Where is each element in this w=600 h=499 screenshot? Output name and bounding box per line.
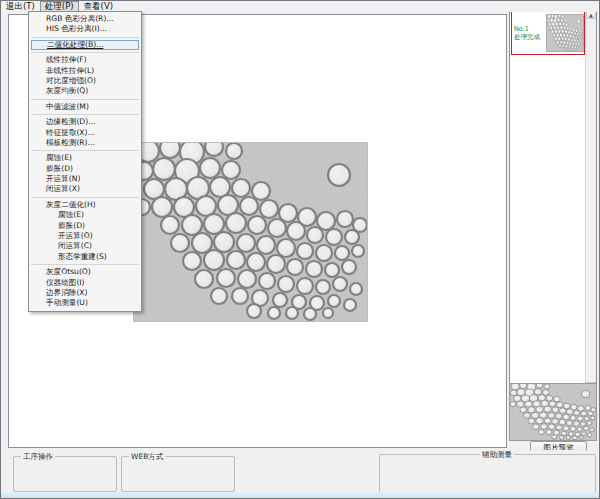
menu-item[interactable]: 边缘检测(D)... bbox=[29, 117, 141, 127]
list-item-line2: 处理完成 bbox=[514, 33, 546, 41]
step-group: 工序操作 bbox=[13, 456, 117, 492]
specimen-image[interactable] bbox=[133, 142, 368, 322]
menu-item[interactable]: 对比度增强(O) bbox=[29, 76, 141, 86]
menu-item[interactable]: 膨胀(D) bbox=[29, 164, 141, 174]
list-scrollbar[interactable]: ▲ ▼ bbox=[585, 9, 596, 392]
specimen-microspheres-graphic bbox=[134, 143, 367, 321]
menu-item[interactable]: 灰度均衡(Q) bbox=[29, 86, 141, 96]
menu-item[interactable]: 开运算(O) bbox=[29, 231, 141, 241]
list-item-caption: No.1 处理完成 bbox=[512, 25, 546, 41]
menu-separator bbox=[31, 52, 139, 53]
step-group-label: 工序操作 bbox=[21, 452, 55, 461]
menu-item[interactable]: 二值化处理(B)... bbox=[31, 40, 139, 50]
window-bottom-edge bbox=[1, 492, 599, 498]
menu-item[interactable]: HIS 色彩分离(I)... bbox=[29, 24, 141, 34]
list-item[interactable]: No.1 处理完成 bbox=[511, 11, 585, 55]
menu-item[interactable]: 边界消除(X) bbox=[29, 288, 141, 298]
bottom-toolbar: 工序操作 还原 (撤销) WEB方式 结果保存 ✓ 加工方式: 标准 ▼ 保存设… bbox=[1, 450, 599, 493]
menu-item[interactable]: 线性拉伸(F) bbox=[29, 55, 141, 65]
menu-separator bbox=[31, 37, 139, 38]
menu-item[interactable]: 腐蚀(E) bbox=[29, 210, 141, 220]
menu-separator bbox=[31, 114, 139, 115]
menu-item[interactable]: 手动测量(U) bbox=[29, 298, 141, 308]
menu-item[interactable]: 开运算(N) bbox=[29, 174, 141, 184]
menu-item[interactable]: 闭运算(X) bbox=[29, 184, 141, 194]
processing-dropdown-menu: RGB 色彩分离(R)...HIS 色彩分离(I)...二值化处理(B)...线… bbox=[28, 11, 142, 312]
menu-separator bbox=[31, 197, 139, 198]
menu-item[interactable]: RGB 色彩分离(R)... bbox=[29, 14, 141, 24]
menu-item[interactable]: 腐蚀(E) bbox=[29, 153, 141, 163]
menu-item[interactable]: 形态学重建(S) bbox=[29, 252, 141, 262]
menu-item[interactable]: 仪器绘图(I) bbox=[29, 278, 141, 288]
menu-item[interactable]: 中值滤波(M) bbox=[29, 102, 141, 112]
menu-item[interactable]: 膨胀(D) bbox=[29, 221, 141, 231]
list-item-line1: No.1 bbox=[514, 25, 546, 33]
result-preview-thumbnail[interactable] bbox=[509, 383, 597, 441]
menu-separator bbox=[31, 264, 139, 265]
menu-item[interactable]: 闭运算(C) bbox=[29, 241, 141, 251]
menu-item[interactable]: 灰度二值化(H) bbox=[29, 200, 141, 210]
menu-item[interactable]: 模板检测(R)... bbox=[29, 138, 141, 148]
menu-separator bbox=[31, 99, 139, 100]
display-group-label: WEB方式 bbox=[129, 452, 165, 461]
menu-item[interactable]: 特征提取(X)... bbox=[29, 128, 141, 138]
display-group: WEB方式 bbox=[121, 456, 235, 492]
image-list-panel[interactable]: No.1 处理完成 ▲ ▼ bbox=[509, 8, 597, 393]
menu-item[interactable]: 非线性拉伸(L) bbox=[29, 66, 141, 76]
assist-group: 辅助测量 bbox=[379, 454, 596, 493]
list-item-thumbnail bbox=[546, 14, 584, 52]
assist-group-label: 辅助测量 bbox=[480, 450, 514, 459]
menu-item[interactable]: 灰度Otsu(O) bbox=[29, 267, 141, 277]
menu-separator bbox=[31, 150, 139, 151]
